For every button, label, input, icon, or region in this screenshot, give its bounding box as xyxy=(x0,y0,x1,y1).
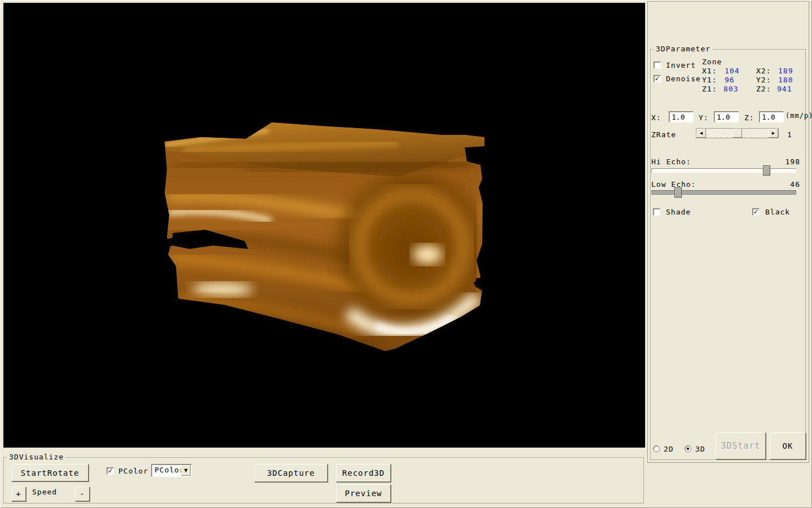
pcolor-dropdown[interactable]: PColor ▼ xyxy=(151,464,192,477)
denoise-label: Denoise xyxy=(666,75,701,83)
parameter-group-title: 3DParameter xyxy=(654,45,713,53)
pcolor-checkbox[interactable]: ✓ xyxy=(107,467,114,475)
zrate-label: ZRate xyxy=(651,130,676,139)
zone-y2-label: Y2: xyxy=(756,76,771,84)
mode-3d-radio[interactable] xyxy=(685,445,691,452)
capture-3d-button[interactable]: 3DCapture xyxy=(254,464,328,482)
voxel-x-label: X: xyxy=(651,113,661,122)
voxel-x-input[interactable] xyxy=(669,111,694,122)
ok-button[interactable]: OK xyxy=(770,432,806,459)
voxel-z-input[interactable] xyxy=(759,111,784,122)
zone-title: Zone xyxy=(702,58,722,66)
zrate-thumb[interactable] xyxy=(732,129,742,138)
start-rotate-button[interactable]: StartRotate xyxy=(11,464,89,481)
hi-echo-value: 198 xyxy=(778,157,800,166)
zone-y1-label: Y1: xyxy=(702,76,717,84)
shade-label: Shade xyxy=(666,208,691,216)
denoise-checkbox[interactable]: ✓ xyxy=(654,75,661,82)
low-echo-label: Low Echo: xyxy=(651,180,696,189)
low-echo-value: 46 xyxy=(778,180,800,189)
zone-x1-value: 104 xyxy=(725,67,739,75)
zone-x1-label: X1: xyxy=(702,67,717,75)
zone-y1-value: 96 xyxy=(725,76,735,84)
zone-z1-value: 803 xyxy=(723,85,738,93)
invert-label: Invert xyxy=(666,61,696,69)
voxel-y-input[interactable] xyxy=(714,111,739,122)
start-3d-button[interactable]: 3DStart xyxy=(716,432,766,459)
preview-button[interactable]: Preview xyxy=(336,484,391,502)
voxel-z-label: Z: xyxy=(744,113,754,122)
visualize-group-title: 3DVisualize xyxy=(7,453,66,461)
pcolor-label: PColor xyxy=(118,467,148,475)
dropdown-arrow-icon[interactable]: ▼ xyxy=(181,465,191,476)
speed-minus-button[interactable]: - xyxy=(75,487,90,501)
record-3d-button[interactable]: Record3D xyxy=(336,464,391,482)
parameter-panel: 3DParameter Invert ✓ Denoise Zone X1: 10… xyxy=(647,1,809,463)
mode-3d-label: 3D xyxy=(695,445,705,453)
zone-z1-label: Z1: xyxy=(702,85,717,93)
zone-z2-label: Z2: xyxy=(756,85,771,93)
voxel-unit-label: (mm/p) xyxy=(785,112,812,120)
hi-echo-track[interactable] xyxy=(651,168,796,173)
invert-checkbox[interactable] xyxy=(654,62,661,69)
zrate-scrollbar[interactable]: ◀ ▶ xyxy=(696,128,779,138)
zone-x2-value: 189 xyxy=(778,67,793,75)
black-checkbox[interactable]: ✓ xyxy=(752,208,760,216)
mode-2d-radio[interactable] xyxy=(653,445,660,452)
hi-echo-label: Hi Echo: xyxy=(651,157,691,166)
black-label: Black xyxy=(765,208,790,216)
render-viewport[interactable] xyxy=(3,3,645,448)
volume-render xyxy=(3,3,645,448)
shade-checkbox[interactable] xyxy=(653,208,660,216)
mode-2d-label: 2D xyxy=(664,445,674,453)
application-window: 3DParameter Invert ✓ Denoise Zone X1: 10… xyxy=(0,0,812,508)
zrate-value: 1 xyxy=(787,130,792,139)
low-echo-track[interactable] xyxy=(651,190,796,195)
voxel-y-label: Y: xyxy=(699,113,709,122)
low-echo-slider-thumb[interactable] xyxy=(674,187,682,198)
speed-plus-button[interactable]: + xyxy=(11,487,26,501)
zrate-right-arrow[interactable]: ▶ xyxy=(769,129,778,138)
zone-x2-label: X2: xyxy=(756,67,771,75)
zrate-left-arrow[interactable]: ◀ xyxy=(696,129,706,138)
zone-y2-value: 180 xyxy=(778,76,793,84)
pcolor-dropdown-value: PColor xyxy=(155,466,184,474)
zone-z2-value: 941 xyxy=(777,85,792,93)
hi-echo-slider-thumb[interactable] xyxy=(763,165,770,176)
speed-label: Speed xyxy=(32,488,57,496)
